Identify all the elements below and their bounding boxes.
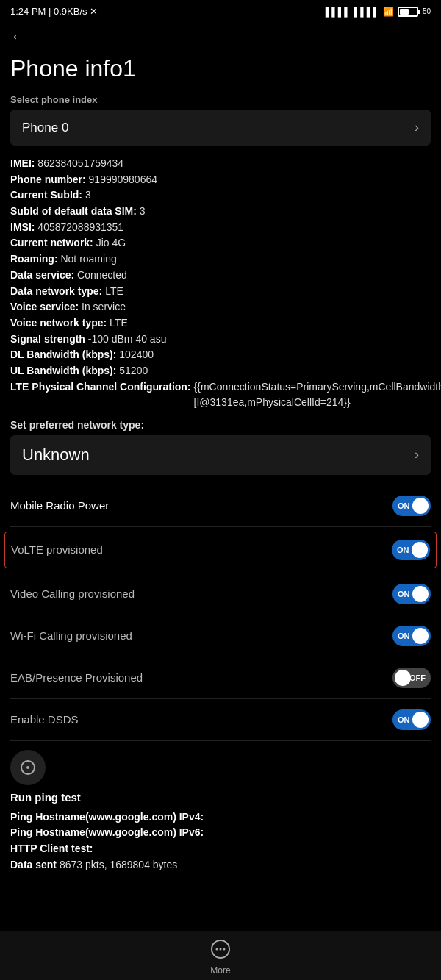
- battery-label: 50: [423, 7, 431, 15]
- network-type-label: Set preferred network type:: [10, 419, 431, 431]
- imsi-row: IMSI: 405872088931351: [10, 220, 431, 236]
- status-icons: ▌▌▌▌ ▌▌▌▌ 📶 50: [326, 7, 431, 17]
- svg-point-4: [220, 948, 222, 951]
- eab-presence-toggle[interactable]: OFF: [392, 668, 431, 688]
- wifi-calling-label: Wi-Fi Calling provisioned: [10, 629, 132, 642]
- wifi-calling-toggle-label: ON: [398, 632, 410, 640]
- svg-point-5: [223, 948, 226, 951]
- eab-toggle-label: OFF: [409, 673, 426, 682]
- more-circle-icon: [210, 939, 231, 959]
- run-ping-button[interactable]: [10, 750, 46, 785]
- toggle-knob4: [412, 628, 429, 644]
- network-type-value: Unknown: [22, 446, 90, 465]
- dl-bandwidth-row: DL Bandwidth (kbps): 102400: [10, 347, 431, 363]
- toggle-knob5: [395, 670, 411, 686]
- signal2-icon: ▌▌▌▌: [354, 7, 379, 17]
- lte-label: LTE Physical Channel Configuration:: [10, 379, 191, 395]
- wifi-calling-row: Wi-Fi Calling provisioned ON: [10, 615, 431, 657]
- battery-icon: [398, 7, 418, 17]
- current-network-row: Current network: Jio 4G: [10, 235, 431, 251]
- eab-presence-label: EAB/Presence Provisioned: [10, 671, 143, 684]
- ping-ipv6-row: Ping Hostname(www.google.com) IPv6:: [10, 825, 431, 841]
- signal-icon: ▌▌▌▌: [326, 7, 351, 17]
- svg-point-1: [26, 766, 29, 769]
- signal-strength-row: Signal strength -100 dBm 40 asu: [10, 332, 431, 348]
- chevron-right-icon: ›: [415, 120, 419, 135]
- header: ← Phone info1: [0, 20, 441, 82]
- phone-selector-value: Phone 0: [22, 121, 68, 135]
- back-button[interactable]: ←: [10, 27, 26, 46]
- enable-dsds-row: Enable DSDS ON: [10, 699, 431, 741]
- video-calling-label: Video Calling provisioned: [10, 587, 135, 600]
- main-content: Select phone index Phone 0 › IMEI: 86238…: [0, 94, 441, 931]
- current-subid-row: Current SubId: 3: [10, 187, 431, 204]
- data-sent-row: Data sent 8673 pkts, 1689804 bytes: [10, 857, 431, 873]
- phone-number-row: Phone number: 919990980664: [10, 172, 431, 188]
- mobile-radio-power-toggle-label: ON: [398, 501, 410, 510]
- toggle-knob: [412, 498, 429, 514]
- video-calling-row: Video Calling provisioned ON: [10, 573, 431, 615]
- phone-selector-label: Select phone index: [10, 94, 431, 105]
- ping-icon: [19, 759, 37, 776]
- toggle-knob6: [412, 712, 429, 728]
- enable-dsds-toggle[interactable]: ON: [392, 709, 431, 730]
- default-sim-row: SubId of default data SIM: 3: [10, 204, 431, 220]
- status-time: 1:24 PM | 0.9KB/s ✕: [10, 6, 98, 17]
- mobile-radio-power-label: Mobile Radio Power: [10, 499, 109, 512]
- more-nav-item[interactable]: More: [210, 939, 231, 976]
- ping-title: Run ping test: [10, 791, 431, 804]
- network-type-dropdown[interactable]: Unknown ›: [10, 435, 431, 475]
- more-icon: [210, 939, 231, 964]
- toggle-knob3: [412, 586, 429, 602]
- dsds-toggle-label: ON: [398, 715, 410, 724]
- wifi-icon: 📶: [383, 7, 394, 17]
- enable-dsds-label: Enable DSDS: [10, 713, 79, 726]
- network-type-section: Set preferred network type: Unknown ›: [10, 419, 431, 475]
- eab-presence-row: EAB/Presence Provisioned OFF: [10, 657, 431, 699]
- lte-value: {{mConnectionStatus=PrimaryServing,mCell…: [194, 379, 441, 410]
- volte-provisioned-toggle[interactable]: ON: [392, 540, 430, 560]
- mobile-radio-power-row: Mobile Radio Power ON: [10, 485, 431, 526]
- page-title: Phone info1: [10, 55, 431, 82]
- http-client-row: HTTP Client test:: [10, 841, 431, 857]
- ping-section: Run ping test Ping Hostname(www.google.c…: [10, 750, 431, 873]
- voice-service-row: Voice service: In service: [10, 299, 431, 315]
- roaming-row: Roaming: Not roaming: [10, 251, 431, 268]
- toggle-knob2: [412, 542, 428, 558]
- info-block: IMEI: 862384051759434 Phone number: 9199…: [10, 156, 431, 410]
- data-service-row: Data service: Connected: [10, 268, 431, 284]
- status-bar: 1:24 PM | 0.9KB/s ✕ ▌▌▌▌ ▌▌▌▌ 📶 50: [0, 0, 441, 20]
- mobile-radio-power-toggle[interactable]: ON: [392, 496, 431, 516]
- volte-provisioned-row: VoLTE provisioned ON: [4, 532, 437, 568]
- chevron-right-icon2: ›: [415, 447, 419, 462]
- phone-selector-dropdown[interactable]: Phone 0 ›: [10, 110, 431, 146]
- svg-point-3: [216, 948, 218, 951]
- wifi-calling-toggle[interactable]: ON: [392, 626, 431, 646]
- more-nav-label: More: [210, 965, 230, 976]
- ul-bandwidth-row: UL Bandwidth (kbps): 51200: [10, 363, 431, 379]
- bottom-nav: More: [0, 931, 441, 980]
- voice-network-type-row: Voice network type: LTE: [10, 315, 431, 332]
- data-network-type-row: Data network type: LTE: [10, 284, 431, 300]
- volte-toggle-label: ON: [397, 546, 409, 554]
- volte-provisioned-label: VoLTE provisioned: [11, 543, 103, 556]
- video-calling-toggle-label: ON: [398, 590, 410, 598]
- lte-row: LTE Physical Channel Configuration: {{mC…: [10, 379, 431, 410]
- imei-row: IMEI: 862384051759434: [10, 156, 431, 172]
- ping-ipv4-row: Ping Hostname(www.google.com) IPv4:: [10, 809, 431, 826]
- video-calling-toggle[interactable]: ON: [392, 584, 431, 604]
